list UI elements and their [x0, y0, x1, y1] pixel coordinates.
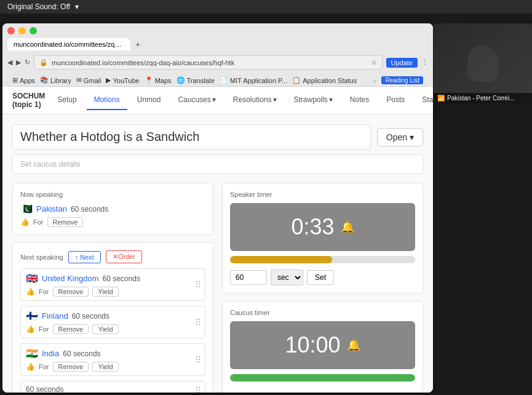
- forward-icon[interactable]: ▶: [16, 58, 21, 66]
- new-tab-icon[interactable]: +: [133, 39, 143, 49]
- uk-yield-btn[interactable]: Yield: [92, 287, 118, 297]
- browser-tab[interactable]: muncoordinated.io/committees/zqq-daq-aio…: [7, 38, 130, 50]
- chevron-down-icon: ▾: [410, 132, 414, 142]
- order-button[interactable]: ✕Order: [106, 250, 142, 263]
- finland-flag: 🇫🇮: [26, 310, 38, 322]
- speaker-uk-stance: For: [39, 288, 49, 295]
- drag-handle-finland[interactable]: ⠿: [195, 317, 201, 327]
- tab-caucuses[interactable]: Caucuses ▾: [170, 90, 223, 110]
- thumb-up-uk-icon: 👍: [26, 287, 35, 296]
- speaker-india-duration: 60 seconds: [63, 349, 100, 358]
- update-button[interactable]: Update: [386, 58, 418, 68]
- minimize-icon[interactable]: [18, 27, 26, 34]
- speaker-finland-name[interactable]: Finland: [42, 311, 68, 321]
- now-speaking-duration: 60 seconds: [71, 205, 108, 213]
- speaker-timer-controls: sec Set: [230, 269, 415, 285]
- camera-label: 📶 Pakistan - Peter Correi...: [434, 93, 532, 103]
- tab-motions[interactable]: Motions: [87, 90, 127, 110]
- bookmark-library[interactable]: 📚Library: [40, 76, 71, 84]
- tab-bar: muncoordinated.io/committees/zqq-daq-aio…: [7, 38, 428, 50]
- speaker-set-button[interactable]: Set: [307, 270, 334, 285]
- uk-remove-btn[interactable]: Remove: [53, 287, 89, 297]
- india-flag: 🇮🇳: [26, 348, 38, 359]
- now-speaking-remove-btn[interactable]: Remove: [47, 217, 84, 227]
- list-item: 🇬🇧 United Kingdom 60 seconds 👍 For Remov…: [20, 268, 205, 301]
- tab-posts[interactable]: Posts: [379, 90, 412, 110]
- now-speaking-stance: For: [33, 218, 44, 226]
- speaker-uk-duration: 60 seconds: [103, 274, 140, 283]
- speaker-timer-time: 0:33: [291, 214, 334, 240]
- tab-unmod[interactable]: Unmod: [130, 90, 169, 110]
- now-speaking-card: Now speaking 🇵🇰 Pakistan 60 seconds 👍 Fo…: [12, 183, 213, 235]
- tab-resolutions[interactable]: Resolutions ▾: [226, 90, 284, 110]
- page-content: SOCHUM (topic 1) Setup Motions Unmod Cau…: [2, 87, 433, 393]
- speaker-finland-stance: For: [39, 325, 49, 333]
- drag-handle-extra[interactable]: ⠿: [195, 386, 201, 393]
- tab-stats[interactable]: Stats: [415, 90, 433, 110]
- caucus-timer-bar: [230, 374, 415, 381]
- speaker-timer-unit[interactable]: sec: [271, 269, 303, 285]
- drag-handle-india[interactable]: ⠿: [195, 355, 201, 365]
- pakistan-flag: 🇵🇰: [20, 203, 33, 215]
- bookmark-apps[interactable]: ⊞Apps: [12, 76, 35, 84]
- open-button[interactable]: Open ▾: [377, 128, 423, 146]
- list-item: 🇮🇳 India 60 seconds 👍 For Remove Yield ⠿: [20, 343, 205, 376]
- now-speaking-stance-row: 👍 For Remove: [20, 217, 205, 227]
- finland-remove-btn[interactable]: Remove: [53, 324, 89, 334]
- speaker-india-name[interactable]: India: [42, 349, 59, 358]
- bookmark-translate[interactable]: 🌐Translate: [177, 76, 215, 84]
- speaker-india-stance: For: [39, 363, 49, 370]
- nav-tabs: SOCHUM (topic 1) Setup Motions Unmod Cau…: [2, 87, 433, 114]
- thumb-up-icon: 👍: [20, 218, 30, 226]
- bookmark-gmail[interactable]: ✉Gmail: [76, 76, 101, 84]
- speaker-mute-button[interactable]: 🔔: [341, 220, 354, 234]
- bookmark-appstatus[interactable]: 📋Application Status: [292, 76, 357, 84]
- speaker-finland-duration: 60 seconds: [72, 312, 109, 321]
- bars-icon: 📶: [437, 95, 445, 102]
- caucus-timer-card: Caucus timer 10:00 🔔: [222, 301, 423, 393]
- maximize-icon[interactable]: [30, 27, 37, 34]
- address-bar[interactable]: 🔒 muncoordinated.io/committees/zqq-daq-a…: [34, 55, 383, 70]
- caucus-mute-button[interactable]: 🔔: [347, 338, 360, 352]
- dropdown-arrow[interactable]: ▾: [75, 2, 79, 11]
- drag-handle-uk[interactable]: ⠿: [195, 280, 201, 290]
- list-item: 60 seconds ⠿: [20, 381, 205, 393]
- main-content: Whether a Hotdog is a Sandwich Open ▾ Se…: [2, 114, 433, 393]
- motion-title[interactable]: Whether a Hotdog is a Sandwich: [12, 124, 371, 150]
- finland-yield-btn[interactable]: Yield: [92, 324, 118, 334]
- back-icon[interactable]: ◀: [7, 58, 12, 66]
- next-speaking-card: Next speaking ↑ Next ✕Order 🇬🇧 United Ki…: [12, 242, 213, 393]
- now-speaking-country[interactable]: Pakistan: [36, 204, 67, 213]
- close-icon[interactable]: [7, 27, 15, 34]
- speaker-timer-input[interactable]: [230, 270, 267, 285]
- bookmarks-bar: ⊞Apps 📚Library ✉Gmail ▶YouTube 📍Maps 🌐Tr…: [7, 74, 428, 87]
- camera-preview: 📶 Pakistan - Peter Correi...: [434, 23, 532, 103]
- committee-label: SOCHUM (topic 1): [10, 87, 47, 114]
- speaker-uk-name[interactable]: United Kingdom: [42, 274, 99, 283]
- india-yield-btn[interactable]: Yield: [92, 362, 118, 372]
- caucus-details-input[interactable]: Set caucus details: [12, 154, 423, 174]
- menu-icon[interactable]: ⋮: [421, 58, 428, 66]
- bookmark-icon[interactable]: ☆: [371, 58, 377, 66]
- uk-flag: 🇬🇧: [26, 273, 38, 284]
- tab-setup[interactable]: Setup: [50, 90, 84, 110]
- bookmark-youtube[interactable]: ▶YouTube: [106, 76, 139, 84]
- motion-header: Whether a Hotdog is a Sandwich Open ▾: [12, 124, 423, 150]
- list-item: 🇫🇮 Finland 60 seconds 👍 For Remove Yield…: [20, 306, 205, 338]
- bookmark-maps[interactable]: 📍Maps: [145, 76, 172, 84]
- original-sound-label: Original Sound: Off: [7, 2, 70, 11]
- top-bar: Original Sound: Off ▾: [0, 0, 532, 14]
- speaker-timer-fill: [230, 256, 332, 263]
- lock-icon: 🔒: [39, 58, 48, 66]
- extra-duration: 60 seconds: [26, 385, 63, 393]
- refresh-icon[interactable]: ↻: [25, 58, 30, 66]
- tab-strawpolls[interactable]: Strawpolls ▾: [287, 90, 340, 110]
- next-button[interactable]: ↑ Next: [68, 251, 101, 263]
- left-col: Now speaking 🇵🇰 Pakistan 60 seconds 👍 Fo…: [12, 183, 213, 393]
- speaker-timer-bar: [230, 256, 415, 263]
- reading-list-badge[interactable]: Reading List: [381, 76, 423, 84]
- india-remove-btn[interactable]: Remove: [53, 362, 89, 372]
- tab-notes[interactable]: Notes: [343, 90, 376, 110]
- bookmark-mit[interactable]: 📄MIT Application P...: [220, 76, 287, 84]
- now-speaking-country-row: 🇵🇰 Pakistan 60 seconds: [20, 203, 205, 215]
